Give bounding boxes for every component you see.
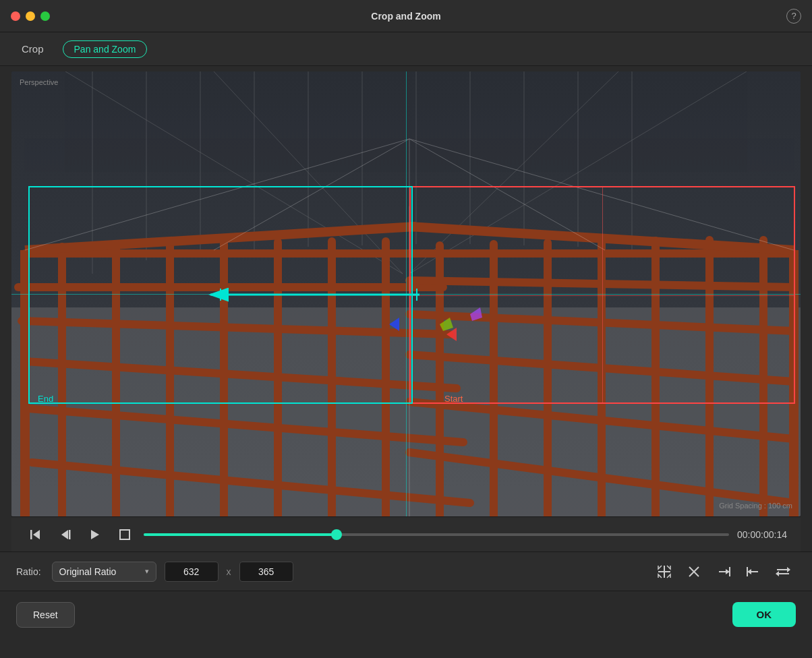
timeline-time: 00:00:00:14: [737, 529, 787, 540]
window-title: Crop and Zoom: [371, 11, 440, 22]
frame-start-label: Start: [444, 394, 463, 404]
step-back-button[interactable]: [25, 524, 47, 545]
ratio-dropdown[interactable]: Original Ratio ▾: [52, 562, 156, 582]
close-icon-button[interactable]: [681, 559, 707, 585]
frame-start[interactable]: Start: [409, 186, 795, 404]
tab-bar: Crop Pan and Zoom: [0, 32, 812, 66]
dimension-separator: x: [227, 566, 231, 577]
tab-crop[interactable]: Crop: [16, 40, 49, 57]
frame-back-button[interactable]: [55, 524, 76, 545]
snap-right-button[interactable]: [711, 559, 736, 585]
swap-button[interactable]: [770, 559, 796, 585]
frame-end[interactable]: End: [28, 186, 413, 404]
maximize-button[interactable]: [40, 11, 50, 21]
stop-button[interactable]: [114, 524, 136, 545]
controls-bar: Ratio: Original Ratio ▾ x: [0, 551, 812, 591]
svg-marker-80: [776, 571, 779, 576]
frame-end-label: End: [38, 394, 53, 404]
play-button[interactable]: [84, 524, 106, 545]
fit-button[interactable]: [651, 559, 677, 585]
footer-bar: Reset OK: [0, 591, 812, 638]
perspective-label: Perspective: [20, 78, 58, 86]
grid-spacing-label: Grid Spacing : 100 cm: [719, 502, 792, 510]
svg-rect-61: [30, 530, 32, 539]
timeline-slider[interactable]: [144, 533, 729, 536]
chevron-down-icon: ▾: [145, 567, 149, 576]
ok-button[interactable]: OK: [732, 602, 796, 627]
viewport: Perspective Grid Spacing : 100 cm Start …: [11, 71, 801, 516]
action-icons: [651, 559, 796, 585]
help-button[interactable]: ?: [786, 9, 801, 24]
snap-left-button[interactable]: [741, 559, 766, 585]
timeline-thumb[interactable]: [331, 529, 342, 540]
tab-pan-zoom[interactable]: Pan and Zoom: [63, 40, 148, 58]
svg-marker-64: [61, 530, 68, 539]
ratio-value: Original Ratio: [59, 566, 117, 577]
svg-rect-66: [120, 530, 129, 539]
timeline-fill: [144, 533, 337, 536]
minimize-button[interactable]: [26, 11, 35, 21]
window-controls: [11, 11, 50, 21]
height-input[interactable]: [239, 562, 293, 582]
close-button[interactable]: [11, 11, 20, 21]
svg-marker-78: [787, 567, 790, 572]
ratio-label: Ratio:: [16, 566, 41, 577]
width-input[interactable]: [165, 562, 219, 582]
svg-rect-63: [69, 530, 71, 539]
reset-button[interactable]: Reset: [16, 602, 75, 628]
svg-marker-62: [33, 530, 40, 539]
titlebar: Crop and Zoom ?: [0, 0, 812, 32]
svg-marker-65: [91, 530, 99, 539]
timeline-bar: 00:00:00:14: [11, 516, 801, 551]
